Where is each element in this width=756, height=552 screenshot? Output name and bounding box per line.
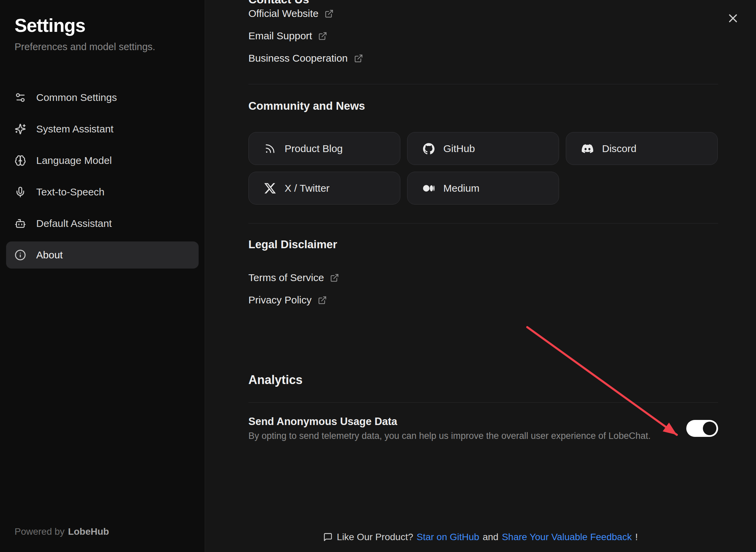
sidebar-item-label: Default Assistant [36, 218, 112, 229]
telemetry-setting-label: Send Anonymous Usage Data [248, 415, 651, 429]
medium-button[interactable]: Medium [407, 172, 559, 205]
divider [248, 223, 718, 224]
discord-button[interactable]: Discord [566, 132, 718, 165]
x-twitter-button[interactable]: X / Twitter [248, 172, 400, 205]
bot-icon [15, 218, 26, 229]
sidebar-item-language-model[interactable]: Language Model [6, 147, 199, 174]
discord-icon [582, 143, 593, 154]
settings-menu: Common Settings System Assistant Languag… [0, 84, 205, 269]
legal-links: Terms of Service Privacy Policy [248, 270, 718, 307]
medium-icon [423, 183, 435, 194]
settings-sidebar: Settings Preferences and model settings.… [0, 0, 205, 552]
sidebar-item-text-to-speech[interactable]: Text-to-Speech [6, 178, 199, 206]
close-icon [726, 12, 740, 25]
product-blog-button[interactable]: Product Blog [248, 132, 400, 165]
brain-icon [15, 155, 26, 166]
email-support-link[interactable]: Email Support [248, 28, 327, 43]
github-button[interactable]: GitHub [407, 132, 559, 165]
sidebar-item-about[interactable]: About [6, 241, 199, 269]
community-buttons: Product Blog GitHub Discord X / Twitter … [248, 132, 718, 205]
sliders-icon [15, 92, 26, 103]
github-icon [423, 143, 435, 154]
mic-icon [15, 186, 26, 198]
powered-by-label: Powered by [15, 526, 65, 537]
share-feedback-link[interactable]: Share Your Valuable Feedback [502, 532, 632, 543]
star-on-github-link[interactable]: Star on GitHub [417, 532, 479, 543]
page-title: Settings [15, 14, 205, 37]
close-button[interactable] [726, 12, 740, 25]
toggle-knob [703, 422, 716, 435]
message-square-icon [323, 532, 333, 542]
privacy-policy-link[interactable]: Privacy Policy [248, 293, 327, 307]
footer-prefix: Like Our Product? [337, 532, 413, 543]
external-link-icon [325, 9, 334, 18]
external-link-icon [318, 31, 327, 41]
sidebar-item-label: System Assistant [36, 123, 113, 135]
divider [248, 402, 718, 403]
business-cooperation-link[interactable]: Business Cooperation [248, 51, 363, 66]
external-link-icon [354, 54, 363, 63]
powered-by: Powered byLobeHub [15, 526, 109, 537]
footer-middle: and [483, 532, 498, 543]
sidebar-item-default-assistant[interactable]: Default Assistant [6, 210, 199, 237]
divider [248, 84, 718, 84]
sidebar-item-label: Language Model [36, 155, 112, 166]
legal-disclaimer-heading: Legal Disclaimer [248, 237, 718, 252]
footer-suffix: ! [635, 532, 638, 543]
rss-icon [264, 143, 276, 154]
telemetry-toggle[interactable] [686, 420, 718, 437]
lobehub-brand[interactable]: LobeHub [68, 526, 109, 537]
sidebar-item-system-assistant[interactable]: System Assistant [6, 115, 199, 143]
sidebar-item-label: About [36, 249, 63, 261]
telemetry-setting-text: Send Anonymous Usage Data By opting to s… [248, 415, 651, 442]
terms-of-service-link[interactable]: Terms of Service [248, 270, 339, 285]
contact-us-heading: Contact Us [248, 0, 718, 6]
external-link-icon [330, 273, 339, 282]
analytics-heading: Analytics [248, 372, 718, 388]
sidebar-item-common-settings[interactable]: Common Settings [6, 84, 199, 111]
sidebar-item-label: Common Settings [36, 92, 117, 103]
about-settings-panel: Contact Us Official Website Email Suppor… [205, 0, 756, 552]
telemetry-setting-row: Send Anonymous Usage Data By opting to s… [248, 415, 718, 442]
telemetry-setting-description: By opting to send telemetry data, you ca… [248, 429, 651, 442]
x-icon [264, 183, 276, 194]
sparkles-icon [15, 123, 26, 135]
external-link-icon [318, 296, 327, 305]
info-icon [15, 249, 26, 261]
feedback-footer: Like Our Product? Star on GitHub and Sha… [205, 532, 756, 543]
official-website-link[interactable]: Official Website [248, 6, 334, 21]
sidebar-item-label: Text-to-Speech [36, 186, 105, 198]
page-subtitle: Preferences and model settings. [15, 40, 205, 54]
community-heading: Community and News [248, 99, 718, 113]
